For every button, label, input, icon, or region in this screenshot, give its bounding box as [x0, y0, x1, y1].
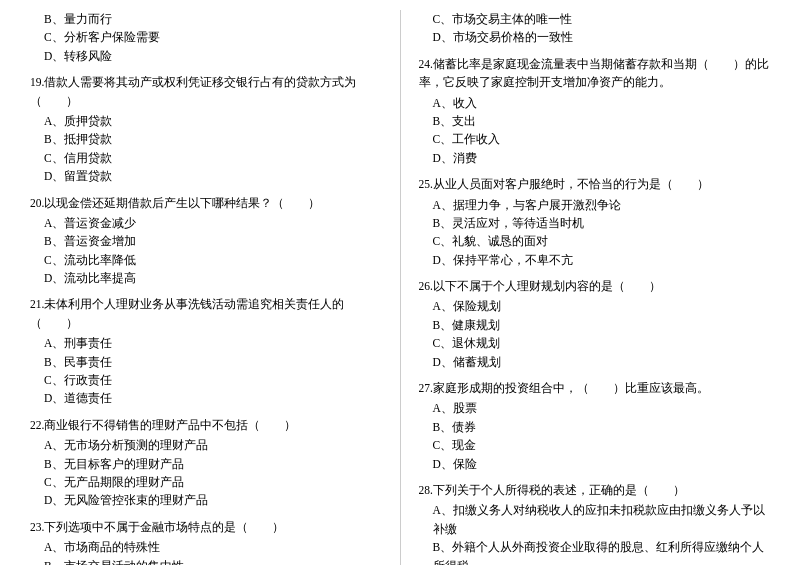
question-option: D、道德责任	[30, 389, 382, 407]
question-option: A、保险规划	[419, 297, 771, 315]
question-block: 27.家庭形成期的投资组合中，（ ）比重应该最高。A、股票B、债券C、现金D、保…	[419, 379, 771, 473]
question-option: C、现金	[419, 436, 771, 454]
question-option: C、无产品期限的理财产品	[30, 473, 382, 491]
question-option: A、据理力争，与客户展开激烈争论	[419, 196, 771, 214]
question-block: 28.下列关于个人所得税的表述，正确的是（ ）A、扣缴义务人对纳税收人的应扣未扣…	[419, 481, 771, 565]
question-option: B、普运资金增加	[30, 232, 382, 250]
question-title: 28.下列关于个人所得税的表述，正确的是（ ）	[419, 481, 771, 499]
column-divider	[400, 10, 401, 565]
question-option: B、量力而行	[30, 10, 382, 28]
question-option: D、保持平常心，不卑不亢	[419, 251, 771, 269]
question-option: B、民事责任	[30, 353, 382, 371]
question-option: A、无市场分析预测的理财产品	[30, 436, 382, 454]
question-block: 19.借款人需要将其动产或权利凭证移交银行占有的贷款方式为（ ）A、质押贷款B、…	[30, 73, 382, 185]
question-block: 22.商业银行不得销售的理财产品中不包括（ ）A、无市场分析预测的理财产品B、无…	[30, 416, 382, 510]
question-option: D、转移风险	[30, 47, 382, 65]
question-option: B、债券	[419, 418, 771, 436]
question-block: 26.以下不属于个人理财规划内容的是（ ）A、保险规划B、健康规划C、退休规划D…	[419, 277, 771, 371]
question-block: B、量力而行C、分析客户保险需要D、转移风险	[30, 10, 382, 65]
question-option: D、流动比率提高	[30, 269, 382, 287]
question-block: 24.储蓄比率是家庭现金流量表中当期储蓄存款和当期（ ）的比率，它反映了家庭控制…	[419, 55, 771, 167]
question-block: 21.未体利用个人理财业务从事洗钱活动需追究相关责任人的（ ）A、刑事责任B、民…	[30, 295, 382, 407]
question-option: D、保险	[419, 455, 771, 473]
question-title: 19.借款人需要将其动产或权利凭证移交银行占有的贷款方式为（ ）	[30, 73, 382, 110]
question-title: 25.从业人员面对客户服绝时，不恰当的行为是（ ）	[419, 175, 771, 193]
question-block: C、市场交易主体的唯一性D、市场交易价格的一致性	[419, 10, 771, 47]
question-block: 25.从业人员面对客户服绝时，不恰当的行为是（ ）A、据理力争，与客户展开激烈争…	[419, 175, 771, 269]
question-option: C、退休规划	[419, 334, 771, 352]
question-title: 23.下列选项中不属于金融市场特点的是（ ）	[30, 518, 382, 536]
question-option: B、无目标客户的理财产品	[30, 455, 382, 473]
question-option: B、抵押贷款	[30, 130, 382, 148]
question-option: D、储蓄规划	[419, 353, 771, 371]
question-option: C、市场交易主体的唯一性	[419, 10, 771, 28]
question-option: B、外籍个人从外商投资企业取得的股息、红利所得应缴纳个人所得税	[419, 538, 771, 565]
question-title: 27.家庭形成期的投资组合中，（ ）比重应该最高。	[419, 379, 771, 397]
question-title: 21.未体利用个人理财业务从事洗钱活动需追究相关责任人的（ ）	[30, 295, 382, 332]
question-option: A、刑事责任	[30, 334, 382, 352]
question-option: C、分析客户保险需要	[30, 28, 382, 46]
question-option: B、市场交易活动的集中性	[30, 557, 382, 565]
question-title: 24.储蓄比率是家庭现金流量表中当期储蓄存款和当期（ ）的比率，它反映了家庭控制…	[419, 55, 771, 92]
question-option: A、普运资金减少	[30, 214, 382, 232]
question-option: C、行政责任	[30, 371, 382, 389]
question-option: C、礼貌、诚恳的面对	[419, 232, 771, 250]
question-option: D、无风险管控张束的理财产品	[30, 491, 382, 509]
question-option: A、质押贷款	[30, 112, 382, 130]
question-option: C、工作收入	[419, 130, 771, 148]
question-option: A、股票	[419, 399, 771, 417]
question-option: D、市场交易价格的一致性	[419, 28, 771, 46]
question-option: D、留置贷款	[30, 167, 382, 185]
question-option: A、扣缴义务人对纳税收人的应扣未扣税款应由扣缴义务人予以补缴	[419, 501, 771, 538]
question-option: B、健康规划	[419, 316, 771, 334]
right-column: C、市场交易主体的唯一性D、市场交易价格的一致性24.储蓄比率是家庭现金流量表中…	[409, 10, 771, 565]
question-option: B、灵活应对，等待适当时机	[419, 214, 771, 232]
question-option: C、信用贷款	[30, 149, 382, 167]
question-option: D、消费	[419, 149, 771, 167]
question-option: B、支出	[419, 112, 771, 130]
question-title: 26.以下不属于个人理财规划内容的是（ ）	[419, 277, 771, 295]
question-title: 22.商业银行不得销售的理财产品中不包括（ ）	[30, 416, 382, 434]
question-option: C、流动比率降低	[30, 251, 382, 269]
question-block: 20.以现金偿还延期借款后产生以下哪种结果？（ ）A、普运资金减少B、普运资金增…	[30, 194, 382, 288]
question-option: A、市场商品的特殊性	[30, 538, 382, 556]
question-option: A、收入	[419, 94, 771, 112]
left-column: B、量力而行C、分析客户保险需要D、转移风险19.借款人需要将其动产或权利凭证移…	[30, 10, 392, 565]
question-block: 23.下列选项中不属于金融市场特点的是（ ）A、市场商品的特殊性B、市场交易活动…	[30, 518, 382, 565]
question-title: 20.以现金偿还延期借款后产生以下哪种结果？（ ）	[30, 194, 382, 212]
